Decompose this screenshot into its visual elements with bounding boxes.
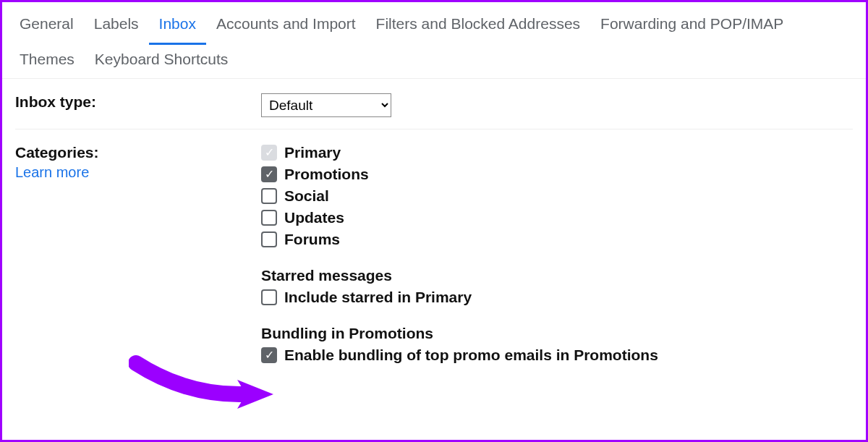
tab-accounts[interactable]: Accounts and Import	[206, 9, 366, 45]
checkbox-forums[interactable]	[261, 231, 277, 247]
checkbox-enable-bundling[interactable]: ✓	[261, 347, 277, 363]
enable-bundling-label: Enable bundling of top promo emails in P…	[284, 347, 658, 364]
tab-keyboard[interactable]: Keyboard Shortcuts	[85, 45, 238, 78]
tab-labels[interactable]: Labels	[84, 9, 149, 45]
category-forums-label: Forums	[284, 231, 340, 248]
tab-general[interactable]: General	[9, 9, 84, 45]
check-icon: ✓	[265, 147, 274, 158]
category-promotions-label: Promotions	[284, 166, 369, 183]
tab-filters[interactable]: Filters and Blocked Addresses	[366, 9, 590, 45]
include-starred-label: Include starred in Primary	[284, 289, 472, 306]
settings-tabs: General Labels Inbox Accounts and Import…	[2, 2, 866, 79]
category-social-label: Social	[284, 187, 329, 205]
checkbox-updates[interactable]	[261, 210, 277, 226]
checkbox-social[interactable]	[261, 188, 277, 204]
checkbox-primary: ✓	[261, 145, 277, 161]
tab-forwarding[interactable]: Forwarding and POP/IMAP	[590, 9, 793, 45]
tab-inbox[interactable]: Inbox	[149, 9, 206, 45]
categories-label: Categories:	[15, 144, 99, 161]
inbox-type-label: Inbox type:	[15, 93, 261, 117]
inbox-type-row: Inbox type: Default	[15, 89, 853, 129]
starred-heading: Starred messages	[261, 267, 853, 284]
inbox-type-select[interactable]: Default	[261, 93, 391, 117]
checkbox-include-starred[interactable]	[261, 289, 277, 305]
tab-themes[interactable]: Themes	[9, 45, 85, 78]
bundling-heading: Bundling in Promotions	[261, 325, 853, 342]
category-updates-label: Updates	[284, 209, 344, 226]
check-icon: ✓	[265, 169, 274, 180]
categories-row: Categories: Learn more ✓ Primary ✓ Promo…	[15, 140, 853, 380]
category-primary-label: Primary	[284, 144, 341, 161]
check-icon: ✓	[265, 349, 274, 361]
checkbox-promotions[interactable]: ✓	[261, 166, 277, 182]
learn-more-link[interactable]: Learn more	[15, 164, 261, 181]
